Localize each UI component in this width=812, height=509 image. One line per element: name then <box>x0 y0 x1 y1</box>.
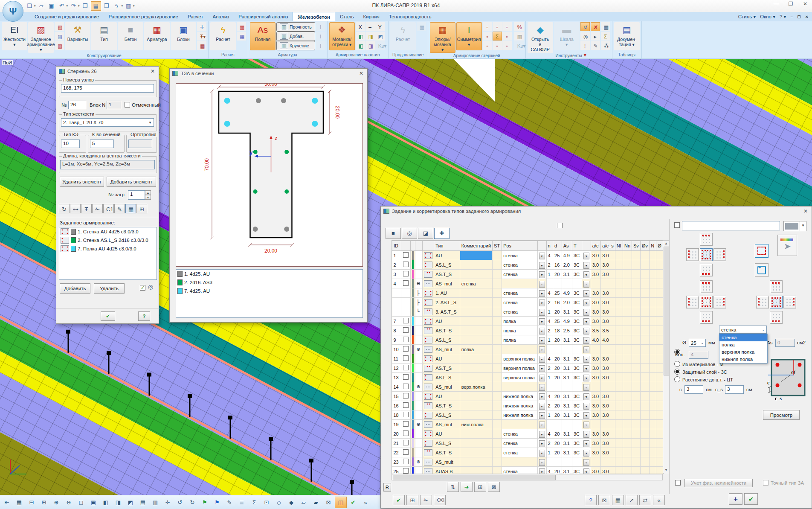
table-row[interactable]: 9AS.L_Sполка▼1203.13С▼4.04.0 <box>392 335 663 345</box>
row-checkbox[interactable] <box>403 412 409 417</box>
menu-Окно[interactable]: Окно ▾ <box>760 14 775 20</box>
view-tool-icon-21[interactable]: ⊡ <box>261 497 273 508</box>
ribbon-small-button[interactable]: Σ <box>493 32 502 41</box>
column-header[interactable]: a/c <box>591 241 601 251</box>
list-item[interactable]: 1. Стенка AU 4d25 с3.0/3.0 <box>59 227 157 236</box>
table-horizontal-scrollbar[interactable] <box>392 474 663 480</box>
ribbon-small-button[interactable]: ▫ <box>493 41 502 50</box>
view-tool-icon-26[interactable]: ⊠ <box>322 497 334 508</box>
view-tool-icon-23[interactable]: ◆ <box>285 497 297 508</box>
view-tool-icon-19[interactable]: ≣ <box>236 497 248 508</box>
view-tool-icon-0[interactable]: ⇤ <box>1 497 13 508</box>
contour-button[interactable] <box>755 244 768 258</box>
ribbon-small-button[interactable]: Ι <box>316 22 325 31</box>
ribbon-button[interactable]: ▤Тип <box>91 22 117 50</box>
radio-icon[interactable] <box>674 376 680 382</box>
ribbon-small-button[interactable]: Ι <box>316 41 325 50</box>
load-number-stepper[interactable]: ▲▼ <box>145 190 151 200</box>
ribbon-button[interactable]: ■Бетон <box>118 22 143 50</box>
tab-7[interactable]: Сталь <box>335 12 359 21</box>
app-logo-icon[interactable]: Ψ <box>3 1 23 22</box>
diameter-select[interactable]: 25⌄ <box>689 339 706 347</box>
column-header[interactable]: Тип <box>434 241 460 251</box>
t-dropdown-icon[interactable]: ▼ <box>583 337 589 344</box>
help-button[interactable]: ? <box>138 311 150 321</box>
table-row[interactable]: 1AUстенка▼4254.93С▼3.03.0 <box>392 251 663 260</box>
rod-tool-4[interactable]: C1 <box>103 204 114 213</box>
ribbon-small-button[interactable]: Kз▾ <box>514 41 524 50</box>
ribbon-small-button[interactable]: ◧ <box>356 32 365 41</box>
view-tool-icon-7[interactable]: ▣ <box>87 497 99 508</box>
panel-name-input[interactable] <box>682 221 780 230</box>
bottom-tool-0[interactable]: ✔ <box>393 495 405 505</box>
expander-icon[interactable]: ⊕ <box>417 422 420 427</box>
row-checkbox[interactable] <box>403 327 409 333</box>
scheme2-right-button[interactable] <box>713 296 726 308</box>
row-checkbox[interactable] <box>403 449 409 455</box>
t-dropdown-icon[interactable]: ▼ <box>583 328 589 334</box>
pos-dropdown-icon[interactable]: ▼ <box>539 356 545 363</box>
t-dropdown-icon[interactable]: ▼ <box>583 281 589 288</box>
table-row[interactable]: 13AS.L_Sверхняя полка▼1203.13С▼3.03.0 <box>392 373 663 382</box>
reinforcement-list[interactable]: 1. Стенка AU 4d25 с3.0/3.02. Стенка AS.L… <box>59 227 157 280</box>
pos-dropdown-icon[interactable]: ▼ <box>539 375 545 381</box>
pick-type-button[interactable]: ➤ <box>777 235 797 256</box>
t-dropdown-icon[interactable]: ▼ <box>583 422 589 428</box>
row-checkbox[interactable] <box>403 346 409 352</box>
table-row[interactable]: 15AUнижняя полка▼4203.13С▼3.03.0 <box>392 392 663 401</box>
column-header[interactable] <box>410 241 415 251</box>
row-checkbox[interactable] <box>403 421 409 427</box>
column-header[interactable]: a/c_s <box>601 241 615 251</box>
table-row[interactable]: 3AS.T_Sстенка▼1203.13С▼3.03.0 <box>392 270 663 279</box>
rod-tool-1[interactable]: ⊶ <box>70 204 81 213</box>
ribbon-button[interactable]: ϟРасчет <box>390 22 416 50</box>
dropdown-option[interactable]: стенка <box>719 334 767 341</box>
table-vertical-scrollbar[interactable]: ▲ ▼ <box>663 240 670 473</box>
dropdown-option[interactable]: нижняя полка <box>719 356 767 363</box>
table-row[interactable]: 11AUверхняя полка▼4203.13С▼3.03.0 <box>392 354 663 364</box>
ribbon-small-button[interactable]: ▦ <box>237 32 246 41</box>
rod-dialog-titlebar[interactable]: Стержень 26 ✕ <box>56 67 159 76</box>
row-checkbox[interactable] <box>403 252 409 258</box>
right-tool-5[interactable]: « <box>653 495 665 505</box>
mid-tool-0[interactable]: ⇅ <box>447 482 459 492</box>
bottom-tool-1[interactable]: ⊞ <box>406 495 418 505</box>
view-tool-icon-18[interactable]: ✎ <box>223 497 235 508</box>
table-row[interactable]: 21AS.L_Sстенка▼2203.13С▼3.03.0 <box>392 439 663 448</box>
add-contour-button[interactable]: + <box>755 263 768 277</box>
ribbon-small-button[interactable]: ▫ <box>502 41 512 50</box>
nonlinearity-button[interactable]: Учет физ. нелинейности <box>684 479 753 487</box>
tab-2[interactable]: Расширенное редактирование <box>104 12 183 21</box>
scheme3-bottom-button[interactable] <box>770 311 783 324</box>
dropdown-option[interactable]: полка <box>719 341 767 349</box>
rod-tool-3[interactable]: ✁ <box>92 204 103 213</box>
table-row[interactable]: ├2. AS.L_Sстенка▼2162.03С▼3.03.0 <box>392 298 663 307</box>
pos-dropdown-icon[interactable]: ▼ <box>539 281 545 288</box>
ribbon-small-button[interactable]: ◨ <box>365 32 375 41</box>
rod-tool-6[interactable]: ▦ <box>125 204 136 213</box>
ribbon-button[interactable]: ▦Эпюры/ мозаика ▾ <box>430 22 455 53</box>
t-dropdown-icon[interactable]: ▼ <box>583 253 589 259</box>
fe-type-input[interactable]: 10 <box>61 140 80 148</box>
ribbon-button[interactable]: ◆Открыть в САПФИР <box>528 22 553 53</box>
expander-icon[interactable]: ⊕ <box>417 459 420 464</box>
bottom-tool-2[interactable]: ✁ <box>420 495 432 505</box>
t-dropdown-icon[interactable]: ▼ <box>583 356 589 363</box>
ribbon-button[interactable]: ❖Мозаика/ отрезки ▾ <box>329 22 355 50</box>
marked-checkbox[interactable] <box>125 102 130 108</box>
close-icon[interactable]: ✕ <box>802 208 809 214</box>
close-icon[interactable]: ✕ <box>358 70 365 76</box>
column-header[interactable]: As <box>562 241 572 251</box>
radio-icon[interactable] <box>674 369 680 375</box>
length-input[interactable]: L=1м, Xс=6м, Yс=2.5м, Zс=3м <box>60 160 155 169</box>
mid-tool-3[interactable]: ⊠ <box>488 482 500 492</box>
ribbon-small-button[interactable]: ↺ <box>580 22 590 31</box>
ribbon-small-button[interactable]: X <box>356 22 365 31</box>
apply-button[interactable]: ✔ <box>101 311 115 321</box>
row-checkbox[interactable] <box>403 355 409 361</box>
t-dropdown-icon[interactable]: ▼ <box>583 375 589 381</box>
ribbon-button[interactable]: AsПолная <box>250 22 276 50</box>
scheme3-left-button[interactable] <box>756 296 769 308</box>
ribbon-button[interactable]: ▬Шкала ▾ <box>554 22 580 50</box>
view-tool-icon-6[interactable]: ◻ <box>75 497 87 508</box>
